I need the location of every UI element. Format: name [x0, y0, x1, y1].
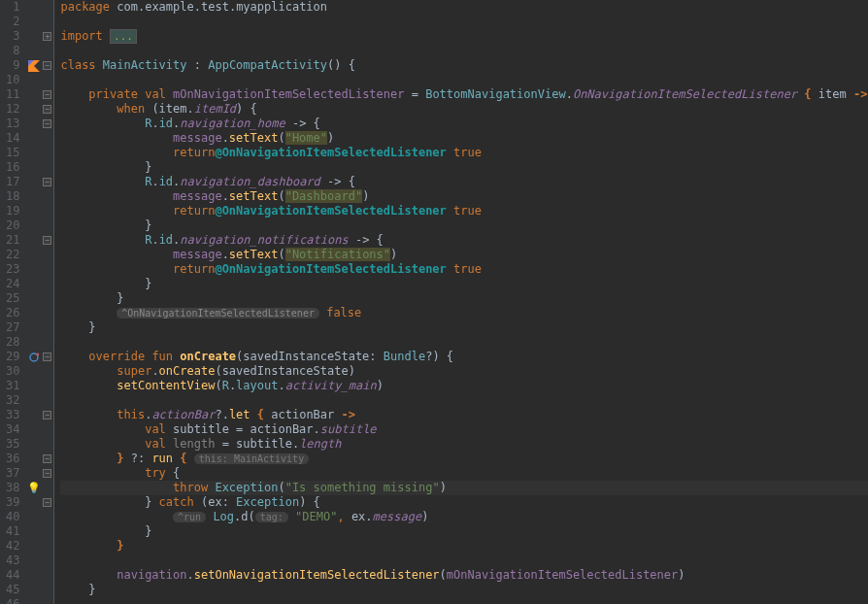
code-line[interactable]: message.setText("Dashboard") — [60, 189, 868, 204]
code-line[interactable]: } — [60, 160, 868, 175]
code-token: . — [222, 131, 229, 145]
identifier-token: navigation — [117, 568, 186, 582]
fold-collapse-icon[interactable]: − — [43, 178, 51, 186]
override-marker-icon[interactable] — [27, 350, 41, 364]
code-line[interactable]: throw Exception("Is something missing") — [60, 481, 868, 495]
fold-collapse-icon[interactable]: − — [43, 454, 51, 463]
code-line[interactable]: private val mOnNavigationItemSelectedLis… — [60, 87, 868, 102]
intention-bulb-icon[interactable]: 💡 — [27, 481, 41, 495]
line-number: 12 — [6, 102, 19, 117]
code-editor[interactable]: 1238910111213141516171819202122232425262… — [0, 0, 868, 604]
fold-collapse-icon[interactable]: − — [43, 236, 51, 245]
fold-collapse-icon[interactable]: − — [43, 352, 51, 361]
function-token: setText — [229, 131, 279, 145]
code-token: } — [145, 160, 151, 174]
line-number: 37 — [6, 466, 19, 481]
code-token: -> { — [320, 175, 355, 188]
code-line[interactable] — [60, 73, 868, 87]
code-token — [60, 481, 173, 494]
keyword-token: private val — [88, 87, 173, 101]
code-line[interactable]: R.id.navigation_dashboard -> { — [60, 175, 868, 189]
code-line[interactable]: val subtitle = actionBar.subtitle — [60, 422, 868, 437]
code-line[interactable]: val length = subtitle.length — [60, 437, 868, 452]
code-line[interactable]: } — [60, 218, 868, 233]
fold-collapse-icon[interactable]: − — [43, 90, 51, 99]
code-token: ) — [377, 379, 384, 392]
code-line[interactable]: try { — [60, 466, 868, 481]
identifier-token: navigation_dashboard — [180, 175, 320, 188]
code-line[interactable]: package com.example.test.myapplication — [60, 0, 868, 15]
fold-collapse-icon[interactable]: − — [43, 411, 51, 419]
code-line[interactable]: } — [60, 291, 868, 306]
code-line[interactable]: } — [60, 539, 868, 554]
line-number: 46 — [6, 597, 19, 604]
folded-code-placeholder[interactable]: ... — [110, 29, 137, 44]
identifier-token: subtitle — [320, 422, 377, 436]
fold-collapse-icon[interactable]: − — [43, 61, 51, 70]
line-number: 27 — [6, 320, 19, 335]
fold-expand-icon[interactable]: + — [43, 32, 51, 41]
code-line[interactable]: setContentView(R.layout.activity_main) — [60, 379, 868, 393]
code-line[interactable] — [60, 597, 868, 604]
code-token — [60, 277, 145, 290]
code-line[interactable]: } — [60, 524, 868, 539]
code-line[interactable]: ^run Log.d(tag: "DEMO", ex.message) — [60, 510, 868, 524]
code-line[interactable]: return@OnNavigationItemSelectedListener … — [60, 146, 868, 160]
keyword-token: true — [453, 204, 482, 218]
code-line[interactable]: return@OnNavigationItemSelectedListener … — [60, 204, 868, 218]
code-token: ?) { — [425, 350, 453, 363]
class-token: R — [222, 379, 229, 392]
code-line[interactable]: R.id.navigation_home -> { — [60, 117, 868, 131]
keyword-token: try — [145, 466, 173, 480]
code-token — [60, 437, 145, 451]
identifier-token: itemId — [194, 102, 236, 116]
keyword-token: return — [173, 262, 215, 276]
code-token: ?. — [215, 408, 228, 421]
code-line[interactable]: R.id.navigation_notifications -> { — [60, 233, 868, 248]
code-area[interactable]: package com.example.test.myapplicationim… — [54, 0, 868, 604]
code-line[interactable] — [60, 44, 868, 58]
code-line[interactable]: return@OnNavigationItemSelectedListener … — [60, 262, 868, 277]
code-line[interactable] — [60, 15, 868, 29]
code-line[interactable]: ^OnNavigationItemSelectedListener false — [60, 306, 868, 320]
class-token: BottomNavigationView — [425, 87, 566, 101]
code-line[interactable]: navigation.setOnNavigationItemSelectedLi… — [60, 568, 868, 583]
line-number: 9 — [6, 58, 19, 73]
code-token: = — [404, 87, 425, 101]
line-number: 41 — [6, 524, 19, 539]
code-line[interactable] — [60, 335, 868, 350]
keyword-token: , — [337, 510, 344, 523]
code-line[interactable]: message.setText("Notifications") — [60, 248, 868, 262]
inline-hint: ^OnNavigationItemSelectedListener — [117, 308, 319, 319]
code-line[interactable]: } — [60, 320, 868, 335]
code-token: ( — [278, 481, 284, 494]
fold-collapse-icon[interactable]: − — [43, 119, 51, 128]
line-number: 19 — [6, 204, 19, 218]
keyword-token: { — [180, 452, 186, 465]
line-number: 44 — [6, 568, 19, 583]
code-line[interactable]: when (item.itemId) { — [60, 102, 868, 117]
code-line[interactable]: } ?: run { this: MainActivity — [60, 452, 868, 466]
code-token: -> { — [349, 233, 384, 247]
code-token — [60, 408, 117, 421]
fold-collapse-icon[interactable]: − — [43, 498, 51, 507]
code-line[interactable]: super.onCreate(savedInstanceState) — [60, 364, 868, 379]
fold-column[interactable]: +−−−−−−−−−−− — [41, 0, 54, 604]
code-line[interactable] — [60, 393, 868, 408]
code-token — [60, 218, 145, 232]
code-line[interactable]: } — [60, 277, 868, 291]
code-line[interactable]: override fun onCreate(savedInstanceState… — [60, 350, 868, 364]
fold-collapse-icon[interactable]: − — [43, 105, 51, 114]
code-token: ( — [440, 568, 447, 582]
code-line[interactable]: message.setText("Home") — [60, 131, 868, 146]
code-line[interactable]: import ... — [60, 29, 868, 44]
code-line[interactable]: this.actionBar?.let { actionBar -> — [60, 408, 868, 422]
fold-collapse-icon[interactable]: − — [43, 469, 51, 478]
code-line[interactable] — [60, 554, 868, 568]
code-line[interactable]: } catch (ex: Exception) { — [60, 495, 868, 510]
class-token: layout — [236, 379, 278, 392]
code-line[interactable]: } — [60, 583, 868, 597]
code-token: ?: — [123, 452, 151, 465]
code-line[interactable]: class MainActivity : AppCompatActivity()… — [60, 58, 868, 73]
code-token: . — [222, 248, 229, 261]
